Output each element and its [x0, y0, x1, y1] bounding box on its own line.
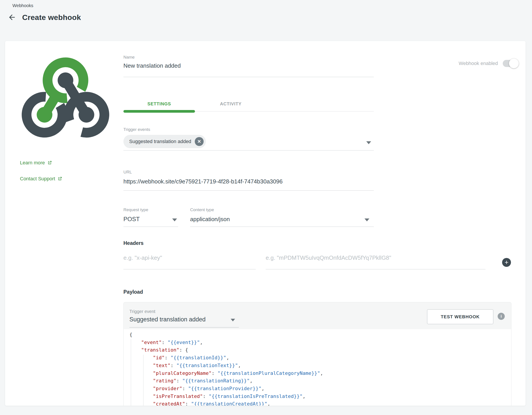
header-key-input[interactable] [124, 254, 256, 261]
trigger-event-chip[interactable]: Suggested translation added ✕ [124, 135, 206, 148]
code-line: "event": "{{event}}", [129, 339, 511, 346]
learn-more-link[interactable]: Learn more [20, 160, 52, 166]
webhook-logo [21, 56, 110, 143]
code-line: "createdAt": "{{translationCreatedAt}}", [129, 400, 511, 406]
page-header: Create webhook [8, 13, 81, 22]
plus-icon: + [504, 259, 509, 266]
headers-title: Headers [124, 240, 143, 246]
content-type-label: Content type [190, 208, 214, 212]
webhook-enabled-label: Webhook enabled [459, 60, 498, 66]
payload-panel-header: Trigger event Suggested translation adde… [124, 302, 511, 329]
page-title: Create webhook [22, 13, 81, 22]
url-input[interactable] [124, 178, 374, 185]
chip-label: Suggested translation added [129, 139, 191, 144]
code-line: "provider": "{{translationProvider}}", [129, 385, 511, 393]
code-line: { [129, 331, 511, 339]
header-value-underline [266, 269, 485, 269]
indent-guide [131, 339, 131, 406]
breadcrumb[interactable]: Webhooks [12, 3, 33, 8]
info-icon[interactable]: i [498, 313, 505, 320]
header-value-input[interactable] [266, 254, 485, 261]
test-webhook-button[interactable]: TEST WEBHOOK [427, 309, 494, 324]
content-type-select[interactable]: application/json [190, 216, 230, 223]
payload-code-editor[interactable]: { "event": "{{event}}", "translation": {… [124, 329, 511, 406]
contact-support-label: Contact Support [20, 176, 55, 182]
external-link-icon [57, 176, 62, 181]
chevron-down-icon[interactable] [364, 218, 369, 221]
tab-settings[interactable]: SETTINGS [124, 97, 195, 111]
chevron-down-icon[interactable] [172, 218, 177, 221]
back-button[interactable] [8, 13, 16, 22]
trigger-event-label: Trigger event [129, 309, 155, 314]
external-link-icon [47, 160, 52, 165]
code-line: "text": "{{translationText}}", [129, 362, 511, 370]
create-webhook-page: Webhooks Create webhook Learn mor [0, 0, 532, 415]
webhook-enabled-row: Webhook enabled [438, 60, 517, 67]
code-line: "pluralCategoryName": "{{translationPlur… [129, 370, 511, 377]
request-type-label: Request type [124, 208, 148, 212]
toggle-knob [509, 59, 519, 68]
code-line: "rating": "{{translationRating}}", [129, 377, 511, 385]
url-label: URL [124, 170, 132, 175]
trigger-event-underline [129, 327, 239, 328]
name-input[interactable] [124, 62, 374, 70]
url-underline [124, 190, 374, 191]
code-line: "isPreTranslated": "{{translationIsPreTr… [129, 393, 511, 400]
webhook-enabled-toggle[interactable] [503, 60, 517, 67]
indent-guide [143, 355, 143, 406]
request-type-select[interactable]: POST [124, 216, 140, 223]
trigger-events-label: Trigger events [124, 127, 150, 132]
request-type-underline [124, 227, 178, 227]
header-key-underline [124, 269, 256, 269]
trigger-event-select[interactable]: Suggested translation added [129, 316, 206, 323]
tab-bar: SETTINGS ACTIVITY [124, 97, 374, 112]
tab-activity[interactable]: ACTIVITY [195, 97, 266, 111]
code-line: "translation": { [129, 346, 511, 354]
content-type-underline [190, 227, 374, 227]
add-header-button[interactable]: + [502, 258, 511, 267]
name-underline [124, 77, 374, 77]
payload-title: Payload [124, 289, 143, 295]
contact-support-link[interactable]: Contact Support [20, 176, 62, 182]
trigger-events-underline [124, 150, 374, 151]
chevron-down-icon[interactable] [231, 319, 235, 321]
back-arrow-icon [8, 13, 16, 21]
name-label: Name [124, 55, 135, 60]
close-icon[interactable]: ✕ [195, 137, 204, 146]
payload-panel: Trigger event Suggested translation adde… [124, 302, 511, 406]
chevron-down-icon[interactable] [366, 141, 371, 144]
webhook-card: Learn more Contact Support Name Webhook … [5, 41, 526, 406]
code-line: "id": "{{translationId}}", [129, 354, 511, 362]
active-tab-indicator [124, 110, 195, 113]
learn-more-label: Learn more [20, 160, 45, 166]
